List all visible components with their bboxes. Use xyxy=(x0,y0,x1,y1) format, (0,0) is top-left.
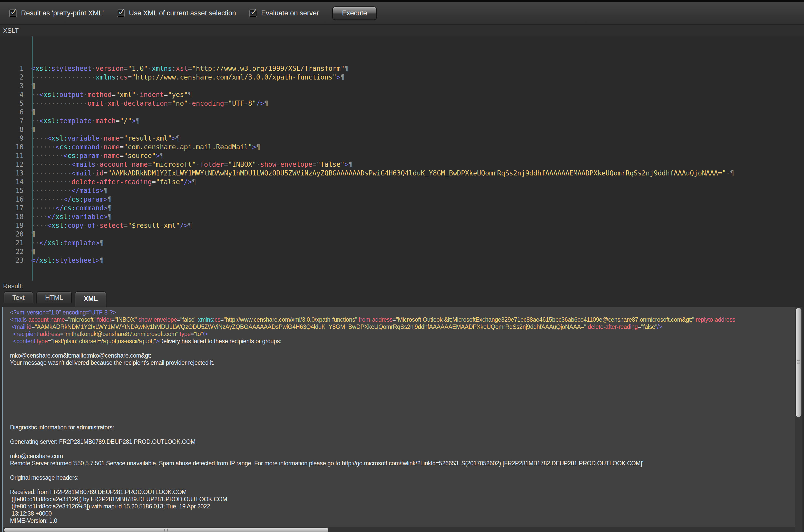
syntax-token: address xyxy=(40,331,60,337)
syntax-token: <mail xyxy=(72,169,92,177)
syntax-token: "to" xyxy=(194,331,203,337)
line-number: 9 xyxy=(0,134,28,142)
horizontal-scrollbar xyxy=(3,527,795,532)
syntax-token: · xyxy=(136,91,140,98)
syntax-token: = xyxy=(112,91,116,98)
result-line: <mails account-name="microsoft" folder="… xyxy=(10,316,802,323)
syntax-token: /> xyxy=(657,323,662,330)
syntax-token: > xyxy=(156,338,159,344)
syntax-token: name xyxy=(104,143,120,151)
syntax-token: ¶ xyxy=(136,117,140,125)
syntax-token: <?xml version="1.0" encoding="UTF-8"?> xyxy=(10,309,116,316)
syntax-token: ¶ xyxy=(256,143,261,151)
code-line: 9····<xsl:variable·name="result-xml">¶ xyxy=(0,134,804,142)
syntax-token: ¶ xyxy=(108,204,112,212)
result-line xyxy=(10,366,802,374)
result-line xyxy=(10,445,802,453)
syntax-token: ¶ xyxy=(108,213,112,221)
result-xml-output: <?xml version="1.0" encoding="UTF-8"?><m… xyxy=(3,307,802,524)
syntax-token: < xyxy=(55,143,59,151)
result-line xyxy=(10,388,802,395)
syntax-token: "com.censhare.api.mail.ReadMail" xyxy=(123,143,252,151)
syntax-token: · xyxy=(196,160,200,168)
code-line: 18····</xsl:variable>¶ xyxy=(0,212,804,221)
line-number: 19 xyxy=(0,221,28,230)
syntax-token: cs xyxy=(214,316,220,323)
use-xml-of-asset-checkbox[interactable]: ✓ xyxy=(117,10,125,17)
syntax-token: ······ xyxy=(31,143,55,151)
syntax-token: xsl: xyxy=(43,117,59,125)
syntax-token: ¶ xyxy=(188,222,192,229)
execute-button[interactable]: Execute xyxy=(332,6,377,20)
syntax-token: Generating server: FR2P281MB0789.DEUP281… xyxy=(10,438,195,445)
xslt-code-editor[interactable]: 1<xsl:stylesheet·version="1.0"·xmlns:xsl… xyxy=(0,36,804,281)
syntax-token: = xyxy=(638,323,641,330)
gutter-separator xyxy=(32,36,33,281)
syntax-token: · xyxy=(99,143,104,151)
syntax-token: ·············· xyxy=(31,99,88,107)
checkbox-group-evaluate: ✓ Evaluate on server xyxy=(249,9,319,17)
code-line: 21··</xsl:template>¶ xyxy=(0,239,804,247)
horizontal-scrollbar-thumb[interactable] xyxy=(4,528,329,532)
syntax-token: > xyxy=(345,160,349,168)
syntax-token: ···· xyxy=(31,213,47,221)
evaluate-on-server-checkbox[interactable]: ✓ xyxy=(249,10,257,17)
syntax-token: > xyxy=(252,143,256,151)
result-line: Diagnostic information for administrator… xyxy=(10,424,802,431)
syntax-token: ([fe80::d1f:d8cc:a2e3:f126%3]) with mapi… xyxy=(10,503,210,510)
vertical-scrollbar-thumb[interactable] xyxy=(796,307,802,417)
syntax-token: · xyxy=(95,160,99,168)
syntax-token: </ xyxy=(63,195,71,203)
syntax-token: account-name xyxy=(99,160,148,168)
syntax-token: "false" xyxy=(641,323,657,330)
syntax-token: ¶ xyxy=(341,73,345,81)
syntax-token: "AAMkADRkNDM1Y2IxLWY1MWYtNDAwNy1hMDU1LWQ… xyxy=(35,323,586,330)
syntax-token: <mails xyxy=(72,160,96,168)
syntax-token: <content xyxy=(13,338,35,344)
syntax-token: template xyxy=(59,117,92,125)
line-number: 17 xyxy=(0,204,28,212)
line-number: 11 xyxy=(0,151,28,160)
result-line: Remote Server returned '550 5.7.501 Serv… xyxy=(10,460,802,467)
evaluate-on-server-label: Evaluate on server xyxy=(261,9,319,17)
syntax-token: cs xyxy=(119,73,128,81)
line-number: 20 xyxy=(0,230,28,239)
syntax-token: account-name xyxy=(28,316,65,323)
result-line xyxy=(10,410,802,417)
syntax-token: = xyxy=(123,65,128,72)
syntax-token: > xyxy=(132,117,136,125)
syntax-token: name xyxy=(104,152,120,159)
tab-html[interactable]: HTML xyxy=(36,291,72,303)
line-number: 23 xyxy=(0,256,28,265)
syntax-token: · xyxy=(92,169,96,177)
syntax-token: from-address xyxy=(359,316,393,323)
syntax-token: "/" xyxy=(119,117,132,125)
syntax-token: = xyxy=(393,316,396,323)
syntax-token: folder xyxy=(97,316,111,323)
syntax-token: variable xyxy=(68,134,99,142)
syntax-token: ················ xyxy=(31,73,95,81)
result-line: mko@censhare.com&lt;mailto:mko@censhare.… xyxy=(10,352,802,359)
code-line: 2················xmlns:cs="http://www.ce… xyxy=(0,73,804,81)
syntax-token: "Microsoft Outlook &lt;MicrosoftExchange… xyxy=(396,316,694,323)
syntax-token: ¶ xyxy=(99,239,104,247)
result-pane[interactable]: <?xml version="1.0" encoding="UTF-8"?><m… xyxy=(2,306,802,532)
syntax-token: · xyxy=(95,222,99,229)
syntax-token: /> xyxy=(256,99,264,107)
syntax-token: Diagnostic information for administrator… xyxy=(10,424,114,431)
syntax-token: <mail xyxy=(12,323,25,330)
syntax-token: "microsoft" xyxy=(68,316,95,323)
checkmark-icon: ✓ xyxy=(118,7,126,17)
syntax-token: = xyxy=(224,160,228,168)
syntax-token: "false" xyxy=(156,178,184,186)
line-number: 10 xyxy=(0,142,28,151)
syntax-token: ¶ xyxy=(730,169,734,177)
syntax-token: xsl: xyxy=(35,65,52,72)
tab-xml[interactable]: XML xyxy=(75,291,107,307)
tab-text[interactable]: Text xyxy=(4,291,33,303)
code-line: 17······</cs:command>¶ xyxy=(0,204,804,212)
code-line: 6¶ xyxy=(0,108,804,116)
pretty-print-xml-checkbox[interactable]: ✓ xyxy=(9,10,17,17)
code-line: 3¶ xyxy=(0,81,804,90)
result-line: Generating server: FR2P281MB0789.DEUP281… xyxy=(10,438,802,445)
